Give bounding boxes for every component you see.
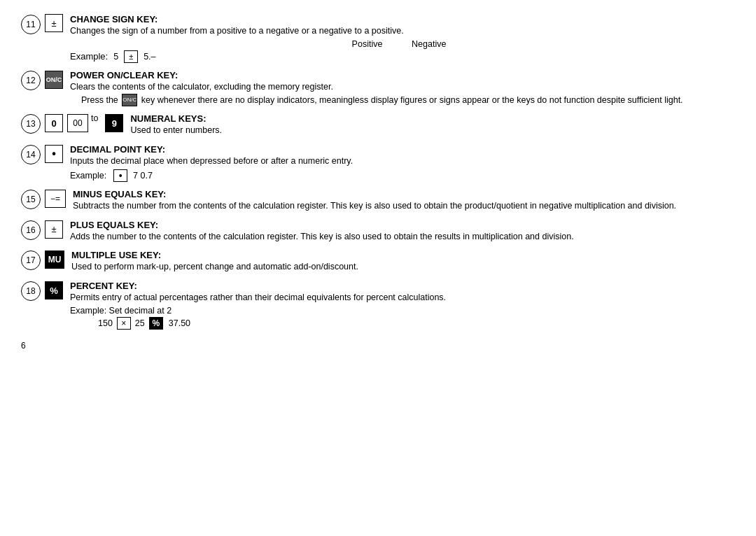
positive-negative-line: Positive Negative (70, 39, 728, 49)
decimal-point-icon: • (45, 145, 63, 163)
power-press-label: Press the (81, 95, 118, 105)
entry-12-title: POWER ON/CLEAR KEY: (70, 70, 728, 80)
inline-power-icon: ON/C (122, 94, 137, 106)
power-rest-text: key whenever there are no display indica… (141, 95, 683, 105)
item-number-17: 17 (21, 251, 41, 270)
item-number-11: 11 (21, 15, 41, 34)
inline-change-sign-icon: ± (124, 50, 138, 63)
entry-11-desc: Changes the sign of a number from a posi… (70, 24, 728, 38)
percent-150: 150 (98, 318, 113, 328)
page-number: 6 (21, 341, 728, 351)
example-sign-result: 5.– (144, 52, 155, 62)
inline-multiply-icon: × (117, 317, 131, 330)
decimal-example-line: Example: • 7 0.7 (70, 169, 728, 182)
decimal-vals: 7 0.7 (133, 171, 153, 181)
entry-17-content: MULTIPLE USE KEY: Used to perform mark-u… (71, 250, 728, 274)
entry-12: 12 ON/C POWER ON/CLEAR KEY: Clears the c… (21, 70, 728, 107)
entry-15-desc: Subtracts the number from the contents o… (73, 199, 728, 213)
entry-16-desc: Adds the number to the contents of the c… (70, 230, 728, 244)
entry-18: 18 % PERCENT KEY: Permits entry of actua… (21, 281, 728, 330)
inline-percent-icon: % (149, 317, 163, 330)
entry-18-content: PERCENT KEY: Permits entry of actual per… (70, 281, 728, 330)
percent-example-line1: Example: Set decimal at 2 (70, 306, 728, 316)
item-number-16: 16 (21, 220, 41, 240)
entry-14: 14 • DECIMAL POINT KEY: Inputs the decim… (21, 144, 728, 182)
entry-13: 13 0 00 to 9 NUMERAL KEYS: Used to enter… (21, 113, 728, 137)
numeral-9-icon: 9 (105, 114, 123, 132)
item-number-12: 12 (21, 71, 41, 90)
negative-label: Negative (412, 39, 446, 49)
decimal-example-label: Example: (70, 171, 106, 181)
entry-11: 11 ± CHANGE SIGN KEY: Changes the sign o… (21, 14, 728, 63)
entry-12-content: POWER ON/CLEAR KEY: Clears the contents … (70, 70, 728, 107)
entry-15: 15 −= MINUS EQUALS KEY: Subtracts the nu… (21, 189, 728, 213)
entry-16: 16 ± PLUS EQUALS KEY: Adds the number to… (21, 220, 728, 244)
to-text: to (91, 113, 98, 123)
numeral-00-icon: 00 (67, 114, 88, 132)
entry-17-title: MULTIPLE USE KEY: (71, 250, 728, 260)
plus-equals-icon: ± (45, 220, 63, 239)
entry-11-content: CHANGE SIGN KEY: Changes the sign of a n… (70, 14, 728, 63)
example-label: Example: (70, 51, 108, 62)
entry-15-content: MINUS EQUALS KEY: Subtracts the number f… (73, 189, 728, 213)
power-extra-desc: Press the ON/C key whenever there are no… (81, 94, 728, 107)
item-number-15: 15 (21, 190, 41, 209)
entry-14-desc: Inputs the decimal place when depressed … (70, 155, 728, 168)
entry-16-title: PLUS EQUALS KEY: (70, 220, 728, 230)
entry-12-desc: Clears the contents of the calculator, e… (70, 80, 728, 94)
power-on-clear-icon: ON/C (45, 71, 63, 89)
entry-13-content: NUMERAL KEYS: Used to enter numbers. (130, 113, 728, 137)
entry-13-title: NUMERAL KEYS: (130, 113, 728, 124)
inline-decimal-icon: • (113, 169, 127, 182)
percent-example-label: Example: Set decimal at 2 (70, 306, 172, 316)
entry-15-title: MINUS EQUALS KEY: (73, 189, 728, 199)
item-number-14: 14 (21, 145, 41, 164)
entry-18-desc: Permits entry of actual percentages rath… (70, 291, 728, 304)
entry-16-content: PLUS EQUALS KEY: Adds the number to the … (70, 220, 728, 244)
numeral-0-icon: 0 (45, 114, 63, 132)
change-sign-icon: ± (45, 14, 63, 32)
mu-icon: MU (45, 251, 64, 269)
entry-17-desc: Used to perform mark-up, percent change … (71, 260, 728, 274)
percent-result: 37.50 (169, 318, 190, 328)
minus-equals-icon: −= (45, 190, 66, 208)
item-number-13: 13 (21, 114, 41, 134)
percent-example-line2: 150 × 25 % 37.50 (98, 317, 728, 330)
entry-17: 17 MU MULTIPLE USE KEY: Used to perform … (21, 250, 728, 274)
example-sign-val: 5 (113, 52, 118, 62)
item-number-18: 18 (21, 281, 41, 301)
positive-label: Positive (352, 39, 383, 49)
percent-icon: % (45, 281, 63, 299)
entry-14-title: DECIMAL POINT KEY: (70, 144, 728, 155)
percent-25: 25 (135, 318, 145, 328)
entry-18-title: PERCENT KEY: (70, 281, 728, 291)
entry-14-content: DECIMAL POINT KEY: Inputs the decimal pl… (70, 144, 728, 182)
entry-13-desc: Used to enter numbers. (130, 124, 728, 137)
example-sign-line: Example: 5 ± 5.– (70, 50, 728, 63)
entry-11-title: CHANGE SIGN KEY: (70, 14, 728, 24)
